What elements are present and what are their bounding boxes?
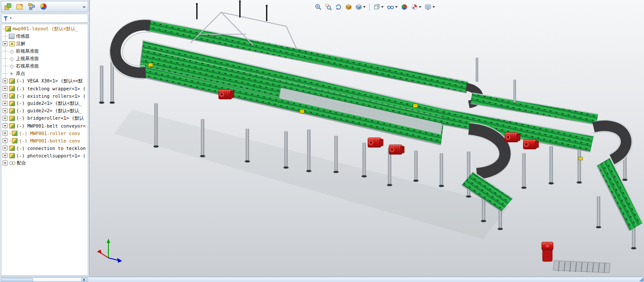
rotate-view-icon[interactable] — [334, 2, 343, 12]
component-icon — [9, 101, 15, 106]
gear-motor-5 — [523, 139, 539, 149]
support-legs[interactable] — [99, 61, 637, 250]
tree-filter-box[interactable]: ▼ — [1, 14, 88, 23]
expand-toggle[interactable]: + — [3, 86, 7, 91]
dropdown-caret-icon[interactable] — [381, 6, 384, 8]
component-icon — [9, 93, 15, 99]
tree-item-right-plane[interactable]: ◇ 右视基准面 — [1, 62, 88, 70]
component-icon — [12, 138, 18, 143]
dropdown-caret-icon[interactable] — [419, 6, 421, 8]
view-orientation-icon[interactable] — [344, 2, 353, 12]
floor-shadow — [114, 110, 509, 239]
plane-icon: ◇ — [9, 49, 14, 54]
tree-item-existing-rollers[interactable]: + (-) existing rollers<1> ( — [1, 92, 88, 100]
displaymanager-tab-icon[interactable] — [39, 2, 48, 11]
feature-tree: ⚠ mwp001-layout (默认<默认_ 传感器 + A 注解 ◇ 前视基… — [1, 24, 88, 276]
zoom-in-out-icon[interactable] — [314, 2, 323, 12]
tree-item-connection-to-tecklong[interactable]: + (-) connection to tecklon — [1, 144, 88, 152]
orientation-triad — [97, 239, 122, 263]
featuremanager-tab-icon[interactable] — [4, 2, 12, 11]
standard-views-icon[interactable] — [354, 2, 367, 12]
assembly-icon — [5, 26, 11, 32]
component-icon — [9, 116, 15, 121]
tree-item-mates[interactable]: + 配合 — [1, 159, 88, 167]
gear-motor-6 — [542, 242, 553, 261]
component-icon — [9, 108, 15, 114]
component-icon — [9, 123, 15, 129]
tree-item-guide2-2[interactable]: + (-) guide2<2> (默认<默认_ — [1, 107, 88, 114]
tree-item-bridgeroller[interactable]: + (-) bridgeroller<1> (默认 — [1, 114, 88, 122]
propertymanager-tab-icon[interactable] — [15, 2, 24, 11]
annotation-icon: A — [9, 41, 15, 46]
roller-conveyor-descend-2[interactable] — [597, 158, 643, 231]
tree-item-photocellsupport[interactable]: + (-) photocellsupport<1> ( — [1, 152, 88, 159]
tree-item-root[interactable]: ⚠ mwp001-layout (默认<默认_ — [1, 25, 88, 32]
tree-item-front-plane[interactable]: ◇ 前视基准面 — [1, 47, 88, 55]
hide-show-items-icon[interactable] — [386, 2, 399, 12]
mates-icon — [9, 161, 15, 166]
expand-toggle[interactable]: + — [3, 153, 7, 158]
expand-toggle[interactable]: + — [3, 101, 7, 106]
tree-item-tecklong-wrapper[interactable]: + (-) tecklong wrapper<1> ( — [1, 85, 88, 92]
plane-icon: ◇ — [9, 64, 14, 69]
component-icon — [9, 86, 15, 91]
window-resize-grip[interactable] — [639, 277, 644, 282]
tree-item-origin[interactable]: ⌖ 原点 — [1, 70, 88, 77]
expand-toggle[interactable]: + — [3, 138, 7, 143]
apply-scene-icon[interactable] — [410, 2, 422, 12]
expand-toggle[interactable]: + — [3, 41, 7, 46]
gear-motor-1 — [219, 89, 234, 99]
view-settings-icon[interactable] — [424, 2, 436, 12]
scrollbar-thumb[interactable] — [1, 278, 33, 282]
toolbar-overflow-chevron[interactable]: » — [83, 4, 86, 10]
solidworks-window: » ▼ ⚠ mwp001-layout (默认<默认_ 传感器 + A — [0, 0, 644, 282]
conveyor-3d-model[interactable] — [90, 0, 644, 277]
toolbar-separator — [369, 4, 370, 11]
expand-toggle[interactable]: + — [3, 108, 7, 113]
display-style-icon[interactable] — [372, 2, 385, 12]
configurationmanager-tab-icon[interactable] — [27, 2, 36, 11]
tree-item-bottle-conveyor[interactable]: + ⚠ (-) MWP001-bottle conv — [1, 137, 88, 144]
component-icon — [9, 79, 15, 84]
expand-toggle[interactable]: + — [3, 161, 7, 165]
dropdown-caret-icon[interactable] — [395, 6, 398, 8]
component-icon — [12, 131, 18, 136]
zoom-to-area-icon[interactable] — [324, 2, 333, 12]
component-icon — [9, 146, 15, 151]
tree-item-top-plane[interactable]: ◇ 上视基准面 — [1, 55, 88, 62]
tree-item-guide2-1[interactable]: + (-) guide2<1> (默认<默认_ — [1, 100, 88, 107]
plane-icon: ◇ — [9, 56, 14, 61]
warning-icon: ⚠ — [3, 27, 5, 31]
transfer-conveyor[interactable] — [553, 261, 610, 273]
filter-dropdown-caret[interactable]: ▼ — [9, 17, 12, 20]
tree-item-belt-conveyor[interactable]: + (-) MWP001-belt conveyor< — [1, 122, 88, 129]
tree-item-sensors[interactable]: 传感器 — [1, 32, 88, 40]
warning-icon: ⚠ — [9, 131, 11, 135]
gear-motor-3 — [389, 145, 404, 154]
view-toolbar — [314, 2, 436, 12]
expand-toggle[interactable]: + — [3, 123, 7, 128]
warning-icon: ⚠ — [9, 139, 11, 143]
tree-item-vega-x30[interactable]: + (-) VEGA X30<1> (默认<<默 — [1, 77, 88, 85]
gear-motor-2 — [368, 138, 383, 147]
panel-horizontal-scrollbar[interactable] — [0, 277, 88, 282]
expand-toggle[interactable]: + — [3, 146, 7, 150]
component-icon — [9, 153, 15, 158]
feature-manager-panel: » ▼ ⚠ mwp001-layout (默认<默认_ 传感器 + A — [0, 0, 90, 277]
tree-item-annotations[interactable]: + A 注解 — [1, 40, 88, 47]
expand-toggle[interactable]: + — [3, 131, 7, 136]
panel-tab-bar: » — [1, 1, 88, 12]
sensor-folder-icon — [9, 34, 14, 39]
tree-item-roller-conveyor[interactable]: + ⚠ (-) MWP001-roller conv — [1, 129, 88, 137]
graphics-area[interactable] — [90, 0, 644, 277]
edit-appearance-icon[interactable] — [400, 2, 409, 12]
expand-toggle[interactable]: + — [3, 79, 7, 83]
origin-icon: ⌖ — [9, 71, 14, 76]
expand-toggle[interactable]: + — [3, 116, 7, 121]
scroll-right-arrow[interactable] — [81, 278, 87, 282]
filter-funnel-icon — [3, 16, 8, 21]
dropdown-caret-icon[interactable] — [432, 6, 435, 8]
dropdown-caret-icon[interactable] — [363, 6, 366, 8]
expand-toggle[interactable]: + — [3, 93, 7, 98]
gear-motor-4 — [505, 132, 520, 142]
